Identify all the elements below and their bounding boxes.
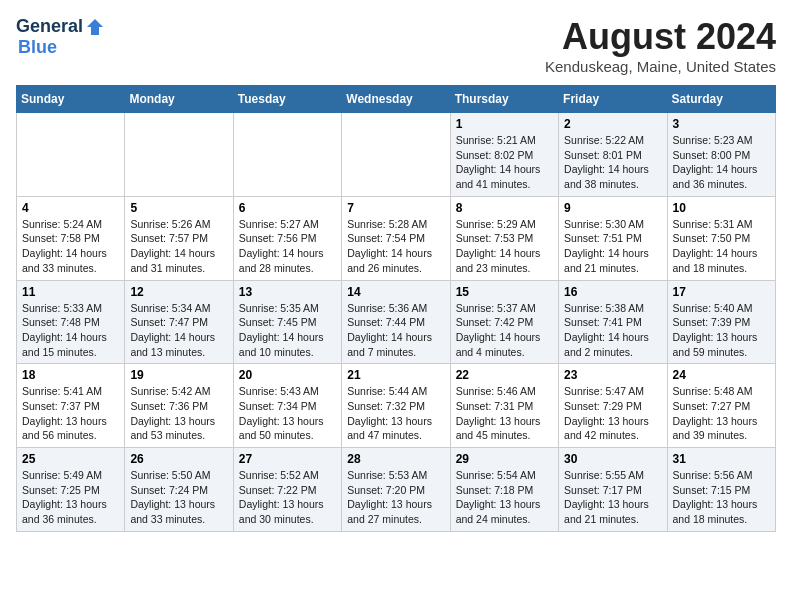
calendar-cell: 17Sunrise: 5:40 AM Sunset: 7:39 PM Dayli… — [667, 280, 775, 364]
col-header-monday: Monday — [125, 86, 233, 113]
cell-content: Sunrise: 5:34 AM Sunset: 7:47 PM Dayligh… — [130, 301, 227, 360]
calendar-table: SundayMondayTuesdayWednesdayThursdayFrid… — [16, 85, 776, 532]
calendar-cell: 23Sunrise: 5:47 AM Sunset: 7:29 PM Dayli… — [559, 364, 667, 448]
cell-content: Sunrise: 5:22 AM Sunset: 8:01 PM Dayligh… — [564, 133, 661, 192]
day-number: 22 — [456, 368, 553, 382]
cell-content: Sunrise: 5:48 AM Sunset: 7:27 PM Dayligh… — [673, 384, 770, 443]
calendar-cell: 29Sunrise: 5:54 AM Sunset: 7:18 PM Dayli… — [450, 448, 558, 532]
day-number: 7 — [347, 201, 444, 215]
logo-icon — [85, 17, 105, 37]
title-area: August 2024 Kenduskeag, Maine, United St… — [545, 16, 776, 75]
calendar-cell — [342, 113, 450, 197]
cell-content: Sunrise: 5:46 AM Sunset: 7:31 PM Dayligh… — [456, 384, 553, 443]
cell-content: Sunrise: 5:42 AM Sunset: 7:36 PM Dayligh… — [130, 384, 227, 443]
day-number: 27 — [239, 452, 336, 466]
calendar-cell: 8Sunrise: 5:29 AM Sunset: 7:53 PM Daylig… — [450, 196, 558, 280]
cell-content: Sunrise: 5:27 AM Sunset: 7:56 PM Dayligh… — [239, 217, 336, 276]
calendar-cell: 10Sunrise: 5:31 AM Sunset: 7:50 PM Dayli… — [667, 196, 775, 280]
calendar-cell: 24Sunrise: 5:48 AM Sunset: 7:27 PM Dayli… — [667, 364, 775, 448]
calendar-cell: 2Sunrise: 5:22 AM Sunset: 8:01 PM Daylig… — [559, 113, 667, 197]
calendar-cell: 18Sunrise: 5:41 AM Sunset: 7:37 PM Dayli… — [17, 364, 125, 448]
day-number: 31 — [673, 452, 770, 466]
col-header-friday: Friday — [559, 86, 667, 113]
logo-blue: Blue — [18, 37, 57, 57]
day-number: 8 — [456, 201, 553, 215]
location-title: Kenduskeag, Maine, United States — [545, 58, 776, 75]
calendar-cell: 27Sunrise: 5:52 AM Sunset: 7:22 PM Dayli… — [233, 448, 341, 532]
cell-content: Sunrise: 5:24 AM Sunset: 7:58 PM Dayligh… — [22, 217, 119, 276]
calendar-cell: 26Sunrise: 5:50 AM Sunset: 7:24 PM Dayli… — [125, 448, 233, 532]
cell-content: Sunrise: 5:40 AM Sunset: 7:39 PM Dayligh… — [673, 301, 770, 360]
day-number: 11 — [22, 285, 119, 299]
day-number: 14 — [347, 285, 444, 299]
calendar-cell: 14Sunrise: 5:36 AM Sunset: 7:44 PM Dayli… — [342, 280, 450, 364]
cell-content: Sunrise: 5:52 AM Sunset: 7:22 PM Dayligh… — [239, 468, 336, 527]
calendar-cell: 31Sunrise: 5:56 AM Sunset: 7:15 PM Dayli… — [667, 448, 775, 532]
calendar-cell — [233, 113, 341, 197]
day-number: 25 — [22, 452, 119, 466]
calendar-cell: 21Sunrise: 5:44 AM Sunset: 7:32 PM Dayli… — [342, 364, 450, 448]
cell-content: Sunrise: 5:38 AM Sunset: 7:41 PM Dayligh… — [564, 301, 661, 360]
day-number: 21 — [347, 368, 444, 382]
day-number: 19 — [130, 368, 227, 382]
cell-content: Sunrise: 5:53 AM Sunset: 7:20 PM Dayligh… — [347, 468, 444, 527]
day-number: 20 — [239, 368, 336, 382]
day-number: 12 — [130, 285, 227, 299]
cell-content: Sunrise: 5:47 AM Sunset: 7:29 PM Dayligh… — [564, 384, 661, 443]
logo-general: General — [16, 16, 83, 37]
day-number: 3 — [673, 117, 770, 131]
calendar-cell: 22Sunrise: 5:46 AM Sunset: 7:31 PM Dayli… — [450, 364, 558, 448]
day-number: 16 — [564, 285, 661, 299]
calendar-cell: 3Sunrise: 5:23 AM Sunset: 8:00 PM Daylig… — [667, 113, 775, 197]
cell-content: Sunrise: 5:43 AM Sunset: 7:34 PM Dayligh… — [239, 384, 336, 443]
month-title: August 2024 — [545, 16, 776, 58]
cell-content: Sunrise: 5:37 AM Sunset: 7:42 PM Dayligh… — [456, 301, 553, 360]
col-header-sunday: Sunday — [17, 86, 125, 113]
calendar-cell: 20Sunrise: 5:43 AM Sunset: 7:34 PM Dayli… — [233, 364, 341, 448]
day-number: 13 — [239, 285, 336, 299]
calendar-cell: 4Sunrise: 5:24 AM Sunset: 7:58 PM Daylig… — [17, 196, 125, 280]
header: General Blue August 2024 Kenduskeag, Mai… — [16, 16, 776, 75]
day-number: 23 — [564, 368, 661, 382]
day-number: 24 — [673, 368, 770, 382]
calendar-cell: 7Sunrise: 5:28 AM Sunset: 7:54 PM Daylig… — [342, 196, 450, 280]
calendar-cell: 28Sunrise: 5:53 AM Sunset: 7:20 PM Dayli… — [342, 448, 450, 532]
calendar-cell: 19Sunrise: 5:42 AM Sunset: 7:36 PM Dayli… — [125, 364, 233, 448]
calendar-cell — [125, 113, 233, 197]
day-number: 15 — [456, 285, 553, 299]
day-number: 2 — [564, 117, 661, 131]
col-header-saturday: Saturday — [667, 86, 775, 113]
calendar-cell: 25Sunrise: 5:49 AM Sunset: 7:25 PM Dayli… — [17, 448, 125, 532]
cell-content: Sunrise: 5:49 AM Sunset: 7:25 PM Dayligh… — [22, 468, 119, 527]
cell-content: Sunrise: 5:29 AM Sunset: 7:53 PM Dayligh… — [456, 217, 553, 276]
cell-content: Sunrise: 5:23 AM Sunset: 8:00 PM Dayligh… — [673, 133, 770, 192]
calendar-cell — [17, 113, 125, 197]
day-number: 5 — [130, 201, 227, 215]
calendar-cell: 15Sunrise: 5:37 AM Sunset: 7:42 PM Dayli… — [450, 280, 558, 364]
cell-content: Sunrise: 5:55 AM Sunset: 7:17 PM Dayligh… — [564, 468, 661, 527]
cell-content: Sunrise: 5:44 AM Sunset: 7:32 PM Dayligh… — [347, 384, 444, 443]
calendar-cell: 16Sunrise: 5:38 AM Sunset: 7:41 PM Dayli… — [559, 280, 667, 364]
day-number: 18 — [22, 368, 119, 382]
cell-content: Sunrise: 5:41 AM Sunset: 7:37 PM Dayligh… — [22, 384, 119, 443]
svg-marker-0 — [87, 19, 103, 35]
day-number: 26 — [130, 452, 227, 466]
col-header-thursday: Thursday — [450, 86, 558, 113]
day-number: 9 — [564, 201, 661, 215]
calendar-cell: 5Sunrise: 5:26 AM Sunset: 7:57 PM Daylig… — [125, 196, 233, 280]
calendar-cell: 6Sunrise: 5:27 AM Sunset: 7:56 PM Daylig… — [233, 196, 341, 280]
cell-content: Sunrise: 5:28 AM Sunset: 7:54 PM Dayligh… — [347, 217, 444, 276]
cell-content: Sunrise: 5:33 AM Sunset: 7:48 PM Dayligh… — [22, 301, 119, 360]
calendar-cell: 12Sunrise: 5:34 AM Sunset: 7:47 PM Dayli… — [125, 280, 233, 364]
calendar-cell: 13Sunrise: 5:35 AM Sunset: 7:45 PM Dayli… — [233, 280, 341, 364]
cell-content: Sunrise: 5:50 AM Sunset: 7:24 PM Dayligh… — [130, 468, 227, 527]
calendar-cell: 11Sunrise: 5:33 AM Sunset: 7:48 PM Dayli… — [17, 280, 125, 364]
col-header-wednesday: Wednesday — [342, 86, 450, 113]
cell-content: Sunrise: 5:56 AM Sunset: 7:15 PM Dayligh… — [673, 468, 770, 527]
cell-content: Sunrise: 5:54 AM Sunset: 7:18 PM Dayligh… — [456, 468, 553, 527]
cell-content: Sunrise: 5:31 AM Sunset: 7:50 PM Dayligh… — [673, 217, 770, 276]
cell-content: Sunrise: 5:21 AM Sunset: 8:02 PM Dayligh… — [456, 133, 553, 192]
logo: General Blue — [16, 16, 105, 58]
calendar-cell: 1Sunrise: 5:21 AM Sunset: 8:02 PM Daylig… — [450, 113, 558, 197]
calendar-cell: 9Sunrise: 5:30 AM Sunset: 7:51 PM Daylig… — [559, 196, 667, 280]
